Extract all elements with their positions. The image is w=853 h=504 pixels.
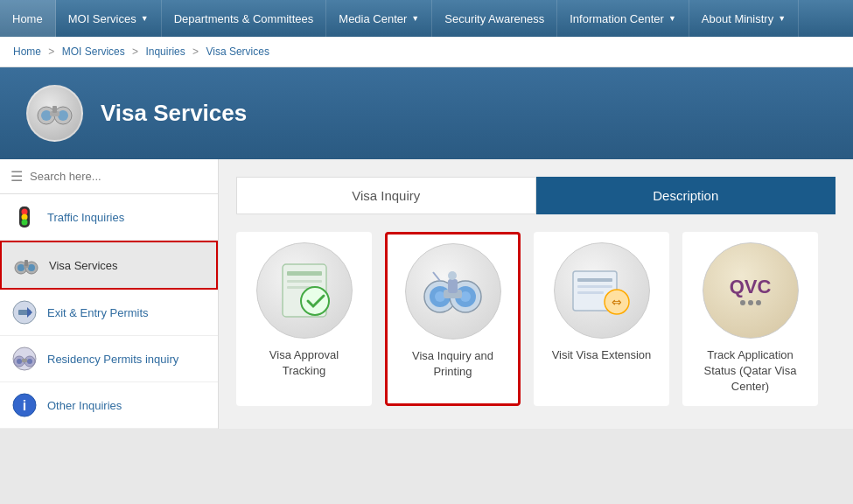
svg-rect-15 <box>24 260 28 266</box>
chevron-down-icon: ▼ <box>778 14 786 23</box>
card-visa-approval-label: Visa Approval Tracking <box>247 347 361 379</box>
nav-media-center[interactable]: Media Center ▼ <box>326 0 432 37</box>
nav-media-center-label: Media Center <box>339 12 407 25</box>
card-visit-visa-label: Visit Visa Extension <box>552 347 652 363</box>
tab-bar: Visa Inquiry Description <box>236 177 836 214</box>
info-icon: i <box>10 391 38 419</box>
sidebar-item-other-label: Other Inquiries <box>47 399 122 412</box>
breadcrumb-separator: > <box>132 46 141 58</box>
sidebar-item-visa-label: Visa Services <box>49 259 118 272</box>
card-track-application[interactable]: QVC Track Application Status (Qatar Visa… <box>682 232 818 406</box>
residency-icon <box>10 345 38 373</box>
qvc-text: QVC <box>730 276 772 298</box>
qvc-icon: QVC <box>703 242 799 339</box>
breadcrumb-inquiries[interactable]: Inquiries <box>145 46 185 58</box>
entry-permits-icon <box>10 298 38 326</box>
qvc-dot <box>740 300 745 305</box>
page-title: Visa Services <box>101 100 247 127</box>
service-cards-grid: Visa Approval Tracking <box>236 232 836 406</box>
page-header-icon <box>26 85 83 142</box>
sidebar-item-entry[interactable]: Exit & Entry Permits <box>0 290 218 336</box>
search-input[interactable] <box>30 170 207 183</box>
nav-home[interactable]: Home <box>0 0 56 37</box>
page-header: Visa Services <box>0 67 853 159</box>
svg-point-40 <box>448 271 457 280</box>
extension-svg: ⇔ <box>564 254 639 328</box>
nav-moi-services-label: MOI Services <box>68 12 136 25</box>
breadcrumb-moi-services[interactable]: MOI Services <box>62 46 125 58</box>
nav-departments-label: Departments & Committees <box>174 12 314 25</box>
card-visit-visa[interactable]: ⇔ Visit Visa Extension <box>534 232 669 406</box>
visa-approval-icon <box>256 242 353 339</box>
breadcrumb: Home > MOI Services > Inquiries > Visa S… <box>0 37 853 67</box>
nav-information-center[interactable]: Information Center ▼ <box>557 0 689 37</box>
tab-description[interactable]: Description <box>536 177 836 214</box>
binoculars-large-icon <box>35 94 74 133</box>
top-navigation: Home MOI Services ▼ Departments & Commit… <box>0 0 853 37</box>
card-visa-inquiry-printing-label: Visa Inquiry and Printing <box>396 348 509 380</box>
svg-line-41 <box>433 272 440 281</box>
card-visa-inquiry-printing[interactable]: Visa Inquiry and Printing <box>385 232 521 406</box>
svg-point-31 <box>301 287 329 315</box>
svg-rect-24 <box>22 359 27 362</box>
svg-text:i: i <box>23 398 26 413</box>
svg-point-12 <box>17 264 24 271</box>
svg-point-7 <box>22 209 28 215</box>
svg-point-8 <box>22 214 28 220</box>
tab-visa-inquiry[interactable]: Visa Inquiry <box>236 177 536 214</box>
svg-rect-43 <box>577 278 612 282</box>
svg-point-3 <box>58 110 68 121</box>
qvc-dots <box>740 300 761 305</box>
card-visa-approval[interactable]: Visa Approval Tracking <box>236 232 372 406</box>
nav-security-awareness[interactable]: Security Awareness <box>432 0 557 37</box>
nav-information-center-label: Information Center <box>570 12 664 25</box>
visit-visa-icon: ⇔ <box>554 242 650 339</box>
main-layout: ☰ Traffic Inquiries <box>0 159 853 429</box>
tab-visa-inquiry-label: Visa Inquiry <box>352 188 420 203</box>
nav-departments[interactable]: Departments & Committees <box>162 0 327 37</box>
tab-description-label: Description <box>653 188 718 203</box>
svg-rect-45 <box>577 291 604 294</box>
qvc-dot <box>756 300 761 305</box>
svg-point-9 <box>22 220 28 226</box>
visa-approval-svg <box>269 256 339 326</box>
svg-rect-44 <box>577 285 612 288</box>
sidebar-item-entry-label: Exit & Entry Permits <box>47 306 149 319</box>
svg-rect-39 <box>448 279 458 293</box>
content-area: Visa Inquiry Description <box>219 159 853 429</box>
svg-rect-5 <box>52 106 57 113</box>
visa-inquiry-icon <box>405 243 501 340</box>
svg-point-22 <box>17 359 22 364</box>
nav-about-ministry[interactable]: About Ministry ▼ <box>689 0 799 37</box>
menu-icon: ☰ <box>10 168 23 185</box>
breadcrumb-separator: > <box>48 46 57 58</box>
card-track-application-label: Track Application Status (Qatar Visa Cen… <box>693 347 808 396</box>
chevron-down-icon: ▼ <box>668 14 676 23</box>
sidebar-item-residency[interactable]: Residency Permits inquiry <box>0 336 218 382</box>
chevron-down-icon: ▼ <box>411 14 419 23</box>
chevron-down-icon: ▼ <box>141 14 149 23</box>
breadcrumb-home[interactable]: Home <box>13 46 41 58</box>
svg-point-2 <box>41 110 52 121</box>
sidebar-item-residency-label: Residency Permits inquiry <box>47 353 178 366</box>
sidebar-search-container: ☰ <box>0 159 218 194</box>
traffic-light-icon <box>10 203 38 231</box>
breadcrumb-separator: > <box>192 46 201 58</box>
sidebar: ☰ Traffic Inquiries <box>0 159 219 429</box>
sidebar-item-visa[interactable]: Visa Services <box>0 241 218 290</box>
sidebar-item-traffic[interactable]: Traffic Inquiries <box>0 194 218 241</box>
svg-point-23 <box>27 359 32 364</box>
visa-binoculars-icon <box>12 251 40 279</box>
nav-home-label: Home <box>12 12 43 25</box>
svg-text:⇔: ⇔ <box>612 295 622 309</box>
svg-point-13 <box>28 264 35 271</box>
svg-rect-29 <box>287 280 322 283</box>
nav-moi-services[interactable]: MOI Services ▼ <box>56 0 162 37</box>
nav-security-awareness-label: Security Awareness <box>444 12 544 25</box>
sidebar-item-other[interactable]: i Other Inquiries <box>0 382 218 429</box>
nav-about-ministry-label: About Ministry <box>702 12 773 25</box>
breadcrumb-current: Visa Services <box>206 46 269 58</box>
sidebar-item-traffic-label: Traffic Inquiries <box>47 211 124 224</box>
binoculars-svg <box>416 255 490 329</box>
qvc-dot <box>748 300 753 305</box>
